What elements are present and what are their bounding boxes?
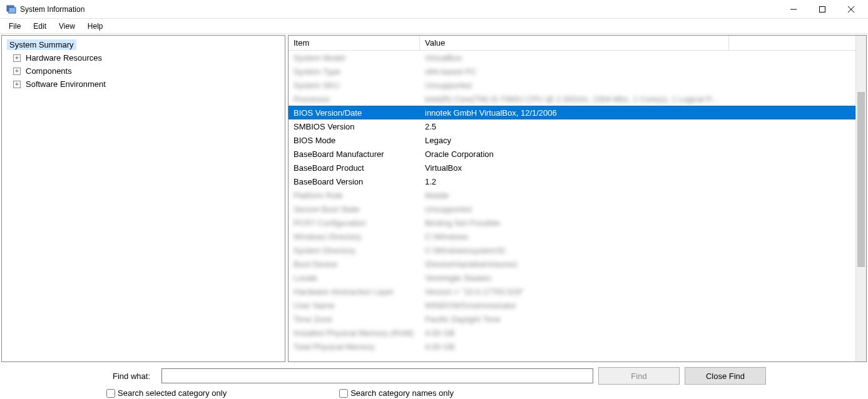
find-button[interactable]: Find (598, 367, 680, 385)
details-list[interactable]: Item Value System ModelVirtualBoxSystem … (288, 36, 855, 361)
table-row[interactable]: BIOS ModeLegacy (288, 133, 855, 147)
outer-scrollbar[interactable] (855, 36, 866, 361)
table-row[interactable]: LocaleVereinigte Staaten (288, 271, 855, 285)
tree-root-label: System Summary (7, 39, 76, 50)
main-split: System Summary + Hardware Resources + Co… (0, 34, 868, 363)
cell-value: Pacific Daylight Time (420, 315, 855, 324)
table-row[interactable]: System SKUUnsupported (288, 78, 855, 92)
cell-item: BIOS Version/Date (288, 108, 420, 118)
close-find-button[interactable]: Close Find (685, 367, 766, 385)
table-row[interactable]: Boot Device\Device\HarddiskVolume1 (288, 257, 855, 271)
maximize-button[interactable] (808, 0, 837, 19)
cell-value: innotek GmbH VirtualBox, 12/1/2006 (420, 108, 855, 118)
minimize-button[interactable] (779, 0, 808, 19)
expand-icon[interactable]: + (13, 81, 21, 88)
table-row[interactable]: BaseBoard Version1.2 (288, 174, 855, 188)
table-row[interactable]: Total Physical Memory4.00 GB (288, 340, 855, 353)
cell-value: 2.5 (420, 122, 855, 131)
cell-item: Locale (288, 273, 420, 283)
table-row[interactable]: Hardware Abstraction LayerVersion = "10.… (288, 285, 855, 298)
cell-value: Intel(R) Core(TM) i5-7360U CPU @ 2.30GHz… (420, 94, 855, 104)
svg-rect-3 (820, 6, 825, 12)
table-row[interactable]: PCR7 ConfigurationBinding Not Possible (288, 216, 855, 230)
tree-root-node[interactable]: System Summary (6, 38, 283, 51)
table-row[interactable]: Platform RoleMobile (288, 188, 855, 202)
column-headers: Item Value (288, 36, 855, 51)
checkbox-label: Search category names only (350, 388, 454, 398)
cell-value: WINDOWS\Administrator (420, 301, 855, 310)
menubar: File Edit View Help (0, 19, 868, 34)
table-row[interactable]: System ModelVirtualBox (288, 51, 855, 64)
cell-value: C:\Windows\system32 (420, 246, 855, 255)
table-row[interactable]: BIOS Version/Dateinnotek GmbH VirtualBox… (288, 106, 855, 119)
table-row[interactable]: ProcessorIntel(R) Core(TM) i5-7360U CPU … (288, 92, 855, 106)
cell-item: BIOS Mode (288, 136, 420, 145)
expand-icon[interactable]: + (13, 68, 21, 75)
find-label: Find what: (6, 371, 156, 381)
titlebar: System Information (0, 0, 868, 19)
table-row[interactable]: BaseBoard ProductVirtualBox (288, 161, 855, 174)
checkbox-label: Search selected category only (118, 388, 227, 398)
find-input[interactable] (161, 368, 593, 383)
table-row[interactable]: System DirectoryC:\Windows\system32 (288, 243, 855, 257)
menu-view[interactable]: View (53, 21, 81, 32)
cell-item: PCR7 Configuration (288, 218, 420, 228)
cell-value: Binding Not Possible (420, 218, 855, 228)
menu-help[interactable]: Help (81, 21, 110, 32)
checkbox-search-names[interactable]: Search category names only (339, 388, 454, 398)
cell-value: Unsupported (420, 81, 855, 90)
checkbox-search-selected[interactable]: Search selected category only (106, 388, 227, 398)
cell-value: VirtualBox (420, 163, 855, 173)
cell-value: Unsupported (420, 205, 855, 214)
cell-item: User Name (288, 301, 420, 310)
table-row[interactable]: Time ZonePacific Daylight Time (288, 312, 855, 326)
cell-item: System SKU (288, 81, 420, 90)
cell-value: Version = "10.0.17763.529" (420, 287, 855, 296)
table-row[interactable]: Secure Boot StateUnsupported (288, 202, 855, 216)
cell-item: Boot Device (288, 260, 420, 269)
cell-value: 1.2 (420, 177, 855, 186)
tree-label: Hardware Resources (23, 53, 105, 63)
cell-item: Total Physical Memory (288, 342, 420, 351)
cell-item: BaseBoard Product (288, 163, 420, 173)
col-header-value[interactable]: Value (420, 36, 729, 50)
col-header-item[interactable]: Item (288, 36, 420, 50)
cell-item: BaseBoard Manufacturer (288, 149, 420, 159)
checkbox-input[interactable] (339, 389, 348, 398)
menu-file[interactable]: File (3, 21, 27, 32)
cell-value: Mobile (420, 191, 855, 200)
cell-value: x64-based PC (420, 67, 855, 76)
close-button[interactable] (837, 0, 865, 19)
cell-item: System Model (288, 53, 420, 63)
tree-panel[interactable]: System Summary + Hardware Resources + Co… (1, 35, 285, 362)
tree-children: + Hardware Resources + Components + Soft… (6, 51, 283, 91)
expand-icon[interactable]: + (13, 54, 21, 62)
cell-item: SMBIOS Version (288, 122, 420, 131)
checkbox-input[interactable] (106, 389, 115, 398)
table-row[interactable]: SMBIOS Version2.5 (288, 119, 855, 133)
cell-item: System Directory (288, 246, 420, 255)
table-row[interactable]: BaseBoard ManufacturerOracle Corporation (288, 147, 855, 161)
tree-label: Software Environment (23, 79, 108, 89)
details-panel: Item Value System ModelVirtualBoxSystem … (288, 35, 867, 362)
table-row[interactable]: Windows DirectoryC:\Windows (288, 230, 855, 243)
cell-value: 4.00 GB (420, 328, 855, 338)
cell-item: Windows Directory (288, 232, 420, 241)
cell-item: System Type (288, 67, 420, 76)
cell-value: 4.00 GB (420, 342, 855, 351)
tree-node-components[interactable]: + Components (12, 64, 283, 78)
cell-item: Time Zone (288, 315, 420, 324)
cell-value: \Device\HarddiskVolume1 (420, 260, 855, 269)
cell-item: BaseBoard Version (288, 177, 420, 186)
tree-node-hardware[interactable]: + Hardware Resources (12, 51, 283, 64)
scrollbar-thumb[interactable] (857, 92, 865, 267)
table-row[interactable]: User NameWINDOWS\Administrator (288, 298, 855, 312)
table-row[interactable]: Installed Physical Memory (RAM)4.00 GB (288, 326, 855, 340)
window-title: System Information (20, 5, 84, 14)
cell-value: Legacy (420, 136, 855, 145)
tree-node-software[interactable]: + Software Environment (12, 78, 283, 91)
menu-edit[interactable]: Edit (27, 21, 53, 32)
app-icon (6, 4, 16, 14)
svg-rect-1 (9, 8, 16, 13)
table-row[interactable]: System Typex64-based PC (288, 64, 855, 78)
